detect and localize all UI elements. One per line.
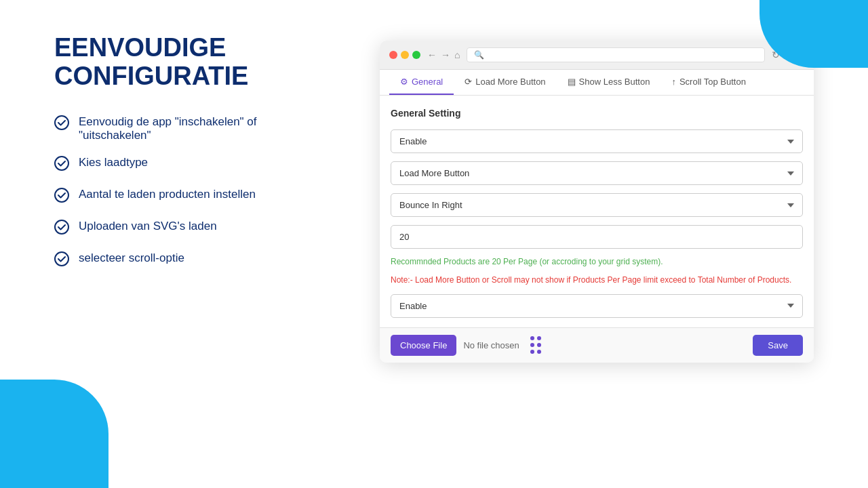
tab-label-general: General [412,77,443,87]
feature-item: Kies laadtype [54,156,339,174]
check-icon [54,115,69,134]
svg-point-1 [55,157,68,170]
browser-nav: ← → ⌂ [427,49,460,60]
ld5 [530,350,534,354]
tab-label-scroll-top-button: Scroll Top Button [679,77,746,87]
tabs-bar: ⚙General⟳Load More Button▤Show Less Butt… [380,70,814,96]
ld2 [537,336,541,340]
browser-toolbar: ← → ⌂ 🔍 ↻ + ⬡ [380,41,814,70]
dot-yellow[interactable] [401,51,409,59]
ld1 [530,336,534,340]
tab-icon-show-less-button: ▤ [568,77,576,87]
ld4 [537,343,541,347]
feature-item: Aantal te laden producten instellen [54,188,339,206]
feature-item: Eenvoudig de app "inschakelen" of "uitsc… [54,115,339,142]
nav-forward[interactable]: → [441,49,450,60]
bottom-bar: Choose File No file chosen Save [380,327,814,363]
browser-search-bar[interactable]: 🔍 [467,47,764,62]
browser-mockup: ← → ⌂ 🔍 ↻ + ⬡ ⚙General⟳Load More Button▤… [380,41,814,363]
tab-show-less-button[interactable]: ▤Show Less Button [557,70,661,95]
feature-text: Eenvoudig de app "inschakelen" of "uitsc… [79,115,257,142]
choose-file-button[interactable]: Choose File [391,335,456,356]
animation-select[interactable]: Bounce In Right Bounce In Left Fade In [391,193,803,217]
note-red: Note:- Load More Button or Scroll may no… [391,274,803,286]
feature-item: Uploaden van SVG's laden [54,220,339,238]
feature-item: selecteer scroll-optie [54,251,339,270]
content-area: General Setting Enable Disable Load More… [380,96,814,327]
tab-icon-general: ⚙ [400,77,408,87]
feature-text: Kies laadtype [79,156,148,169]
svg-point-4 [55,252,68,266]
section-title: General Setting [391,108,803,119]
browser-dots [389,51,420,59]
tab-label-load-more-button: Load More Button [475,77,545,87]
svg-point-0 [55,116,68,129]
tab-icon-scroll-top-button: ↑ [671,77,676,87]
dot-green[interactable] [412,51,420,59]
nav-home[interactable]: ⌂ [454,49,460,60]
feature-list: Eenvoudig de app "inschakelen" of "uitsc… [54,115,339,270]
check-icon [54,251,69,270]
tab-load-more-button[interactable]: ⟳Load More Button [454,70,556,95]
loading-dots-indicator [530,336,547,354]
tab-icon-load-more-button: ⟳ [465,77,472,87]
svg-point-3 [55,220,68,234]
save-button[interactable]: Save [753,335,803,356]
tab-general[interactable]: ⚙General [389,70,454,95]
check-icon [54,188,69,206]
tab-scroll-top-button[interactable]: ↑Scroll Top Button [660,70,757,95]
left-panel: EENVOUDIGE CONFIGURATIE Eenvoudig de app… [54,34,339,454]
dot-red[interactable] [389,51,397,59]
nav-back[interactable]: ← [427,49,437,60]
blob-bottom-left [0,380,108,488]
products-per-page-input[interactable] [391,225,803,249]
no-file-label: No file chosen [463,340,519,350]
check-icon [54,156,69,174]
ld3 [530,343,534,347]
main-container: EENVOUDIGE CONFIGURATIE Eenvoudig de app… [0,0,868,488]
page-title: EENVOUDIGE CONFIGURATIE [54,34,339,91]
feature-text: Aantal te laden producten instellen [79,188,256,201]
load-type-select[interactable]: Load More Button Infinite Scroll Paginat… [391,161,803,185]
feature-text: Uploaden van SVG's laden [79,220,217,233]
scroll-enable-select[interactable]: Enable Disable [391,294,803,318]
tab-label-show-less-button: Show Less Button [579,77,650,87]
svg-point-2 [55,188,68,202]
ld6 [537,350,541,354]
check-icon [54,220,69,238]
note-green: Recommnded Products are 20 Per Page (or … [391,257,803,266]
enable-select[interactable]: Enable Disable [391,129,803,153]
feature-text: selecteer scroll-optie [79,251,184,265]
